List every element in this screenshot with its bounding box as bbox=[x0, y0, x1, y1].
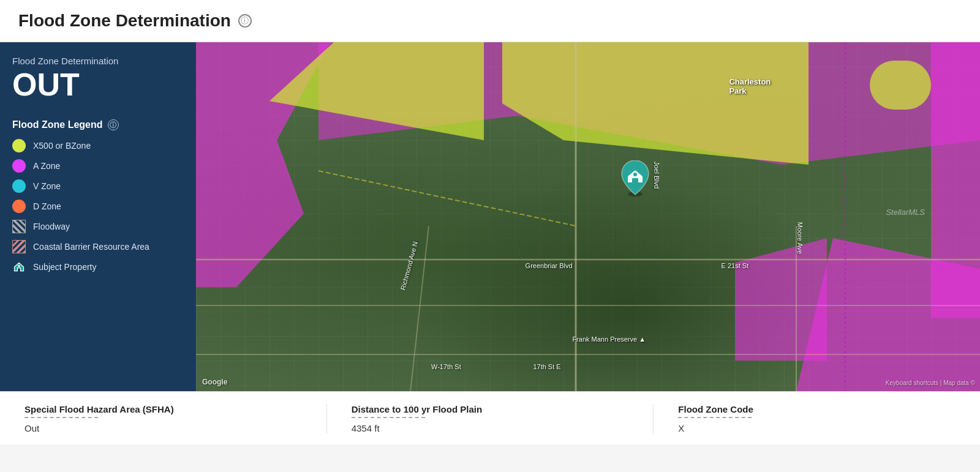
property-marker-svg bbox=[619, 160, 651, 197]
zone-x500-overlay-1 bbox=[270, 42, 484, 140]
zone-x500-overlay-3 bbox=[870, 61, 931, 110]
street-label-richmond: Richmond Ave N bbox=[399, 241, 420, 291]
legend-label-floodway: Floodway bbox=[33, 222, 70, 231]
stellarmls-watermark: StellarMLS bbox=[886, 208, 925, 217]
legend-label-azone: A Zone bbox=[33, 161, 60, 171]
stats-footer: Special Flood Hazard Area (SFHA) Out Dis… bbox=[0, 391, 980, 444]
street-label-e21st: E 21st St bbox=[722, 262, 749, 269]
street-label-moore: Moore Ave bbox=[796, 222, 804, 253]
legend-item-vzone: V Zone bbox=[12, 179, 184, 193]
road-overlay bbox=[196, 42, 980, 391]
zone-x500-overlay-2 bbox=[502, 42, 809, 165]
swatch-dzone bbox=[12, 200, 26, 213]
map-area[interactable]: CharlestonPark Joel Blvd Greenbriar Blvd… bbox=[196, 42, 980, 391]
legend-item-subject-property: Subject Property bbox=[12, 260, 184, 274]
swatch-x500 bbox=[12, 139, 26, 152]
legend-label-dzone: D Zone bbox=[33, 201, 61, 211]
stat-distance-value: 4354 ft bbox=[352, 423, 629, 433]
stat-fzc-value: X bbox=[678, 423, 956, 433]
zone-a-overlay-4 bbox=[735, 238, 827, 361]
legend-item-x500: X500 or BZone bbox=[12, 139, 184, 152]
swatch-subject-property bbox=[12, 260, 26, 274]
swatch-vzone bbox=[12, 179, 26, 193]
legend-items: X500 or BZone A Zone V Zone D Zone Flood… bbox=[12, 139, 184, 274]
stat-sfha-value: Out bbox=[24, 423, 302, 433]
legend-label-coastal: Coastal Barrier Resource Area bbox=[33, 242, 149, 252]
legend-item-floodway: Floodway bbox=[12, 220, 184, 233]
flood-zone-status: OUT bbox=[12, 67, 184, 102]
zone-a-overlay-3 bbox=[796, 238, 980, 391]
page-title: Flood Zone Determination bbox=[18, 11, 231, 31]
map-attribution-right: Keyboard shortcuts | Map data © bbox=[886, 380, 975, 386]
stat-sfha: Special Flood Hazard Area (SFHA) Out bbox=[0, 404, 327, 433]
street-label-w17th: W-17th St bbox=[431, 363, 461, 370]
street-label-17th-e: 17th St E bbox=[533, 363, 560, 370]
zone-a-overlay-2 bbox=[318, 42, 980, 165]
swatch-coastal bbox=[12, 240, 26, 253]
house-icon bbox=[13, 261, 25, 273]
stat-fzc-label: Flood Zone Code bbox=[678, 404, 956, 414]
legend-title-text: Flood Zone Legend bbox=[12, 119, 103, 130]
road-svg bbox=[196, 42, 980, 391]
stat-sfha-label: Special Flood Hazard Area (SFHA) bbox=[24, 404, 302, 414]
street-label-joel-blvd: Joel Blvd bbox=[653, 162, 660, 189]
svg-line-5 bbox=[318, 171, 576, 226]
street-label-frank-mann: Frank Mann Preserve ▲ bbox=[572, 335, 646, 343]
street-label-greenbriar: Greenbriar Blvd bbox=[526, 262, 573, 269]
swatch-floodway bbox=[12, 220, 26, 233]
stat-distance-label: Distance to 100 yr Flood Plain bbox=[352, 404, 629, 414]
header-info-icon[interactable]: ⓘ bbox=[238, 14, 252, 28]
stat-fzc-divider bbox=[678, 417, 752, 418]
stat-sfha-divider bbox=[24, 417, 98, 418]
map-texture bbox=[196, 42, 980, 391]
page-header: Flood Zone Determination ⓘ bbox=[0, 0, 980, 42]
legend-info-icon[interactable]: ⓘ bbox=[108, 119, 119, 130]
place-label-charleston: CharlestonPark bbox=[729, 77, 771, 96]
legend-item-coastal: Coastal Barrier Resource Area bbox=[12, 240, 184, 253]
legend-item-azone: A Zone bbox=[12, 159, 184, 173]
legend-label-x500: X500 or BZone bbox=[33, 141, 91, 151]
stat-flood-zone-code: Flood Zone Code X bbox=[654, 404, 980, 433]
legend-item-dzone: D Zone bbox=[12, 200, 184, 213]
flood-overlay bbox=[196, 42, 980, 391]
svg-line-7 bbox=[410, 226, 429, 391]
svg-point-10 bbox=[633, 173, 637, 176]
svg-point-0 bbox=[18, 265, 20, 267]
legend-label-subject-property: Subject Property bbox=[33, 262, 97, 272]
map-background: CharlestonPark Joel Blvd Greenbriar Blvd… bbox=[196, 42, 980, 391]
map-section: Flood Zone Determination OUT Flood Zone … bbox=[0, 42, 980, 391]
flood-zone-label: Flood Zone Determination bbox=[12, 56, 184, 66]
map-marker bbox=[619, 160, 651, 200]
legend-panel: Flood Zone Determination OUT Flood Zone … bbox=[0, 42, 196, 391]
stat-distance: Distance to 100 yr Flood Plain 4354 ft bbox=[327, 404, 654, 433]
map-google-attribution: Google bbox=[202, 378, 227, 386]
legend-title: Flood Zone Legend ⓘ bbox=[12, 119, 184, 130]
swatch-azone bbox=[12, 159, 26, 173]
zone-a-overlay-1 bbox=[196, 42, 331, 287]
zone-a-overlay-right bbox=[931, 42, 980, 318]
legend-label-vzone: V Zone bbox=[33, 181, 61, 191]
stat-distance-divider bbox=[352, 417, 425, 418]
